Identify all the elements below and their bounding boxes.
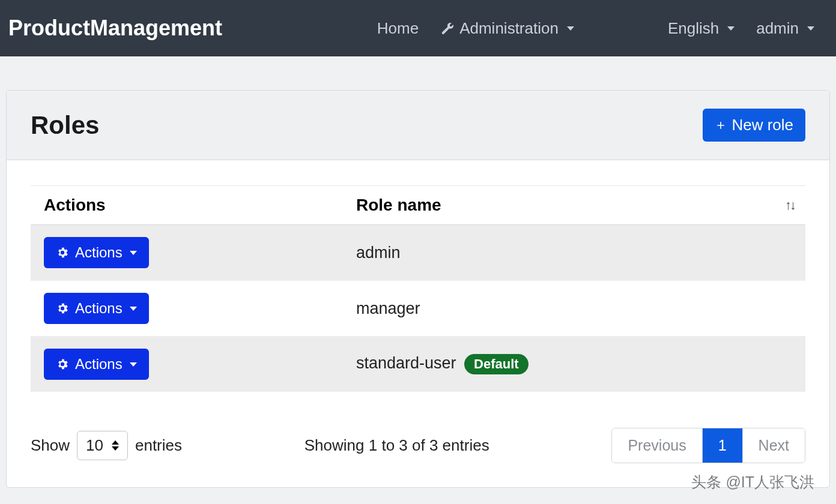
page-size-value: 10 — [86, 436, 103, 455]
gear-icon — [56, 302, 69, 315]
navbar: ProductManagement Home Administration En… — [0, 0, 836, 56]
page-1-button[interactable]: 1 — [703, 428, 743, 463]
roles-table: Actions Role name ↑↓ Actionsadmin Action… — [31, 185, 805, 392]
gear-icon — [56, 246, 69, 259]
nav-administration-label: Administration — [459, 19, 559, 38]
prev-button[interactable]: Previous — [612, 428, 702, 463]
role-name-cell: standard-user Default — [343, 337, 805, 392]
table-row: Actionsmanager — [31, 281, 805, 337]
new-role-label: New role — [732, 116, 793, 134]
table-footer: Show 10 entries Showing 1 to 3 of 3 entr… — [31, 428, 805, 463]
caret-down-icon — [727, 26, 735, 31]
table-row: Actionsadmin — [31, 225, 805, 281]
pagination: Previous 1 Next — [611, 428, 805, 463]
nav-user-label: admin — [756, 19, 799, 38]
role-name-cell: manager — [343, 281, 805, 337]
caret-down-icon — [130, 307, 137, 311]
gear-icon — [56, 358, 69, 371]
page-title: Roles — [31, 111, 99, 140]
table-info: Showing 1 to 3 of 3 entries — [304, 436, 489, 455]
entries-label: entries — [135, 436, 182, 455]
column-role-name[interactable]: Role name ↑↓ — [343, 186, 805, 225]
row-actions-button[interactable]: Actions — [44, 293, 149, 324]
card-header: Roles New role — [7, 91, 829, 160]
next-button[interactable]: Next — [743, 428, 805, 463]
sort-icon: ↑↓ — [785, 197, 795, 213]
page-size-select[interactable]: 10 — [77, 431, 128, 460]
row-actions-button[interactable]: Actions — [44, 237, 149, 268]
column-role-name-label: Role name — [356, 196, 441, 214]
actions-label: Actions — [75, 300, 123, 317]
default-badge: Default — [464, 354, 529, 374]
nav-language-label: English — [668, 19, 719, 38]
actions-label: Actions — [75, 356, 123, 373]
caret-down-icon — [130, 251, 137, 255]
new-role-button[interactable]: New role — [703, 109, 805, 142]
actions-label: Actions — [75, 244, 123, 261]
roles-card: Roles New role Actions Role name ↑↓ Ac — [6, 90, 830, 488]
caret-down-icon — [567, 26, 574, 31]
nav-home[interactable]: Home — [366, 19, 429, 38]
table-row: Actionsstandard-user Default — [31, 337, 805, 392]
nav-user[interactable]: admin — [745, 19, 825, 38]
page-size-control: Show 10 entries — [31, 431, 182, 460]
nav-language[interactable]: English — [657, 19, 745, 38]
show-label: Show — [31, 436, 70, 455]
caret-down-icon — [130, 362, 137, 367]
role-name-cell: admin — [343, 225, 805, 281]
plus-icon — [715, 119, 727, 131]
stepper-icon — [112, 440, 119, 451]
caret-down-icon — [807, 26, 814, 31]
wrench-icon — [440, 21, 455, 35]
row-actions-button[interactable]: Actions — [44, 349, 149, 380]
brand[interactable]: ProductManagement — [8, 16, 222, 41]
column-actions: Actions — [31, 186, 343, 225]
nav-administration[interactable]: Administration — [429, 19, 585, 38]
